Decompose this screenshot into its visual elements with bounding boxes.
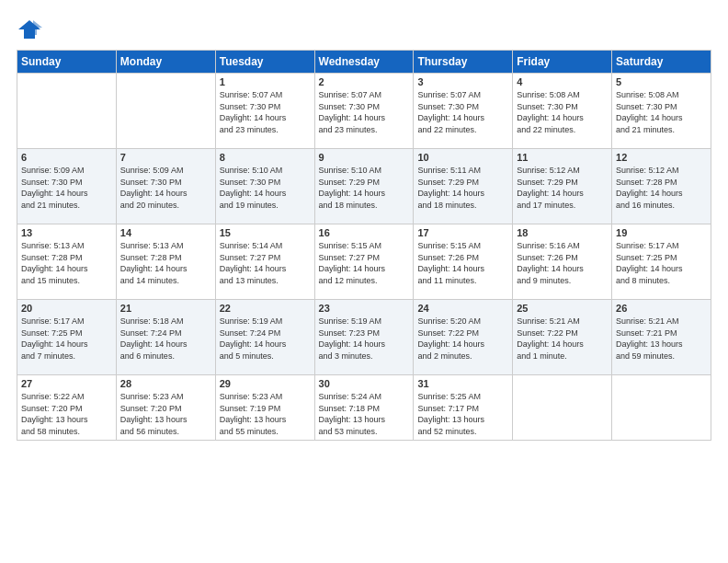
day-number: 20 <box>21 303 112 314</box>
day-number: 1 <box>220 76 311 87</box>
day-info: Sunrise: 5:25 AM Sunset: 7:17 PM Dayligh… <box>417 391 508 437</box>
day-number: 27 <box>21 378 112 389</box>
day-cell: 16Sunrise: 5:15 AM Sunset: 7:27 PM Dayli… <box>314 224 414 300</box>
day-number: 17 <box>417 227 508 238</box>
week-row-5: 27Sunrise: 5:22 AM Sunset: 7:20 PM Dayli… <box>17 375 711 441</box>
day-number: 2 <box>319 76 410 87</box>
week-row-1: 1Sunrise: 5:07 AM Sunset: 7:30 PM Daylig… <box>17 74 711 149</box>
day-info: Sunrise: 5:13 AM Sunset: 7:28 PM Dayligh… <box>21 240 112 286</box>
weekday-header-monday: Monday <box>116 51 215 74</box>
day-cell <box>612 375 711 441</box>
day-info: Sunrise: 5:22 AM Sunset: 7:20 PM Dayligh… <box>21 391 112 437</box>
day-number: 30 <box>319 378 410 389</box>
day-number: 8 <box>220 152 311 163</box>
day-number: 15 <box>220 227 311 238</box>
header <box>17 17 711 42</box>
day-info: Sunrise: 5:24 AM Sunset: 7:18 PM Dayligh… <box>319 391 410 437</box>
day-info: Sunrise: 5:23 AM Sunset: 7:20 PM Dayligh… <box>120 391 211 437</box>
day-cell: 19Sunrise: 5:17 AM Sunset: 7:25 PM Dayli… <box>612 224 711 300</box>
day-number: 11 <box>517 152 608 163</box>
day-number: 22 <box>220 303 311 314</box>
week-row-4: 20Sunrise: 5:17 AM Sunset: 7:25 PM Dayli… <box>17 300 711 375</box>
day-cell: 11Sunrise: 5:12 AM Sunset: 7:29 PM Dayli… <box>513 149 612 224</box>
day-info: Sunrise: 5:21 AM Sunset: 7:21 PM Dayligh… <box>616 316 707 362</box>
calendar: SundayMondayTuesdayWednesdayThursdayFrid… <box>17 50 711 441</box>
day-info: Sunrise: 5:19 AM Sunset: 7:23 PM Dayligh… <box>319 316 410 362</box>
day-number: 14 <box>120 227 211 238</box>
day-info: Sunrise: 5:23 AM Sunset: 7:19 PM Dayligh… <box>220 391 311 437</box>
day-number: 3 <box>417 76 508 87</box>
day-cell <box>513 375 612 441</box>
day-cell: 9Sunrise: 5:10 AM Sunset: 7:29 PM Daylig… <box>314 149 414 224</box>
day-info: Sunrise: 5:10 AM Sunset: 7:30 PM Dayligh… <box>220 165 311 211</box>
day-cell: 31Sunrise: 5:25 AM Sunset: 7:17 PM Dayli… <box>414 375 513 441</box>
svg-marker-0 <box>18 20 40 39</box>
day-info: Sunrise: 5:11 AM Sunset: 7:29 PM Dayligh… <box>417 165 508 211</box>
weekday-header-sunday: Sunday <box>17 51 117 74</box>
day-cell: 25Sunrise: 5:21 AM Sunset: 7:22 PM Dayli… <box>513 300 612 375</box>
day-cell: 14Sunrise: 5:13 AM Sunset: 7:28 PM Dayli… <box>116 224 215 300</box>
day-number: 4 <box>517 76 608 87</box>
day-cell: 4Sunrise: 5:08 AM Sunset: 7:30 PM Daylig… <box>513 74 612 149</box>
day-cell: 29Sunrise: 5:23 AM Sunset: 7:19 PM Dayli… <box>215 375 314 441</box>
day-number: 19 <box>616 227 707 238</box>
day-cell: 23Sunrise: 5:19 AM Sunset: 7:23 PM Dayli… <box>314 300 414 375</box>
day-number: 7 <box>120 152 211 163</box>
day-info: Sunrise: 5:08 AM Sunset: 7:30 PM Dayligh… <box>517 89 608 135</box>
day-cell: 21Sunrise: 5:18 AM Sunset: 7:24 PM Dayli… <box>116 300 215 375</box>
day-info: Sunrise: 5:19 AM Sunset: 7:24 PM Dayligh… <box>220 316 311 362</box>
day-info: Sunrise: 5:09 AM Sunset: 7:30 PM Dayligh… <box>120 165 211 211</box>
day-info: Sunrise: 5:07 AM Sunset: 7:30 PM Dayligh… <box>417 89 508 135</box>
day-cell: 30Sunrise: 5:24 AM Sunset: 7:18 PM Dayli… <box>314 375 414 441</box>
day-number: 10 <box>417 152 508 163</box>
day-info: Sunrise: 5:12 AM Sunset: 7:29 PM Dayligh… <box>517 165 608 211</box>
day-cell: 12Sunrise: 5:12 AM Sunset: 7:28 PM Dayli… <box>612 149 711 224</box>
day-number: 13 <box>21 227 112 238</box>
day-info: Sunrise: 5:17 AM Sunset: 7:25 PM Dayligh… <box>21 316 112 362</box>
day-info: Sunrise: 5:20 AM Sunset: 7:22 PM Dayligh… <box>417 316 508 362</box>
week-row-2: 6Sunrise: 5:09 AM Sunset: 7:30 PM Daylig… <box>17 149 711 224</box>
day-cell: 3Sunrise: 5:07 AM Sunset: 7:30 PM Daylig… <box>414 74 513 149</box>
svg-marker-1 <box>33 20 42 35</box>
day-info: Sunrise: 5:12 AM Sunset: 7:28 PM Dayligh… <box>616 165 707 211</box>
day-info: Sunrise: 5:21 AM Sunset: 7:22 PM Dayligh… <box>517 316 608 362</box>
day-info: Sunrise: 5:07 AM Sunset: 7:30 PM Dayligh… <box>220 89 311 135</box>
weekday-header-friday: Friday <box>513 51 612 74</box>
day-cell: 1Sunrise: 5:07 AM Sunset: 7:30 PM Daylig… <box>215 74 314 149</box>
day-number: 18 <box>517 227 608 238</box>
day-info: Sunrise: 5:07 AM Sunset: 7:30 PM Dayligh… <box>319 89 410 135</box>
day-cell: 27Sunrise: 5:22 AM Sunset: 7:20 PM Dayli… <box>17 375 117 441</box>
day-number: 31 <box>417 378 508 389</box>
day-number: 9 <box>319 152 410 163</box>
day-number: 16 <box>319 227 410 238</box>
day-info: Sunrise: 5:08 AM Sunset: 7:30 PM Dayligh… <box>616 89 707 135</box>
page: SundayMondayTuesdayWednesdayThursdayFrid… <box>0 0 728 563</box>
day-number: 21 <box>120 303 211 314</box>
weekday-header-saturday: Saturday <box>612 51 711 74</box>
day-cell: 26Sunrise: 5:21 AM Sunset: 7:21 PM Dayli… <box>612 300 711 375</box>
day-cell: 24Sunrise: 5:20 AM Sunset: 7:22 PM Dayli… <box>414 300 513 375</box>
day-cell: 10Sunrise: 5:11 AM Sunset: 7:29 PM Dayli… <box>414 149 513 224</box>
day-cell: 6Sunrise: 5:09 AM Sunset: 7:30 PM Daylig… <box>17 149 117 224</box>
day-cell: 8Sunrise: 5:10 AM Sunset: 7:30 PM Daylig… <box>215 149 314 224</box>
day-number: 6 <box>21 152 112 163</box>
day-cell: 2Sunrise: 5:07 AM Sunset: 7:30 PM Daylig… <box>314 74 414 149</box>
weekday-header-row: SundayMondayTuesdayWednesdayThursdayFrid… <box>17 51 711 74</box>
day-number: 25 <box>517 303 608 314</box>
day-number: 26 <box>616 303 707 314</box>
day-number: 24 <box>417 303 508 314</box>
day-cell <box>116 74 215 149</box>
weekday-header-wednesday: Wednesday <box>314 51 414 74</box>
day-cell: 7Sunrise: 5:09 AM Sunset: 7:30 PM Daylig… <box>116 149 215 224</box>
day-cell: 15Sunrise: 5:14 AM Sunset: 7:27 PM Dayli… <box>215 224 314 300</box>
day-info: Sunrise: 5:09 AM Sunset: 7:30 PM Dayligh… <box>21 165 112 211</box>
day-cell: 28Sunrise: 5:23 AM Sunset: 7:20 PM Dayli… <box>116 375 215 441</box>
day-number: 12 <box>616 152 707 163</box>
day-number: 5 <box>616 76 707 87</box>
day-info: Sunrise: 5:17 AM Sunset: 7:25 PM Dayligh… <box>616 240 707 286</box>
day-cell <box>17 74 117 149</box>
day-cell: 17Sunrise: 5:15 AM Sunset: 7:26 PM Dayli… <box>414 224 513 300</box>
day-cell: 5Sunrise: 5:08 AM Sunset: 7:30 PM Daylig… <box>612 74 711 149</box>
logo-icon <box>17 17 42 42</box>
day-info: Sunrise: 5:16 AM Sunset: 7:26 PM Dayligh… <box>517 240 608 286</box>
